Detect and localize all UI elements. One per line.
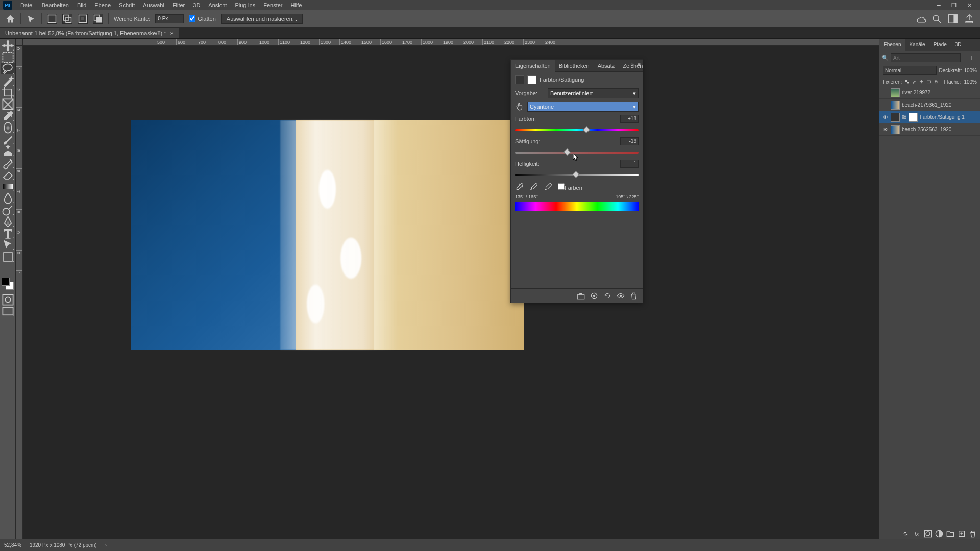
tab-3d[interactable]: 3D bbox=[951, 39, 966, 51]
mask-icon[interactable] bbox=[527, 75, 536, 84]
selection-intersect-icon[interactable] bbox=[93, 14, 103, 24]
menu-edit[interactable]: Bearbeiten bbox=[38, 2, 73, 8]
tab-bibliotheken[interactable]: Bibliotheken bbox=[555, 60, 594, 72]
doc-info[interactable]: 1920 Px x 1080 Px (72 ppcm) bbox=[30, 542, 97, 548]
tab-eigenschaften[interactable]: Eigenschaften bbox=[511, 60, 555, 72]
add-mask-icon[interactable] bbox=[924, 530, 932, 538]
eraser-tool[interactable] bbox=[1, 169, 15, 180]
new-adjustment-icon[interactable] bbox=[935, 530, 943, 538]
preset-dropdown[interactable]: Benutzerdefiniert▾ bbox=[548, 88, 639, 98]
path-selection-tool[interactable] bbox=[1, 239, 15, 251]
share-icon[interactable] bbox=[964, 13, 975, 24]
layer-name[interactable]: beach-2562563_1920 bbox=[902, 127, 951, 132]
layer-thumbnail[interactable] bbox=[891, 88, 900, 97]
tab-pfade[interactable]: Pfade bbox=[929, 39, 951, 51]
layer-row[interactable]: beach-2179361_1920 bbox=[879, 99, 980, 111]
brush-tool[interactable] bbox=[1, 134, 15, 145]
channel-dropdown[interactable]: Cyantöne▾ bbox=[527, 102, 639, 112]
eyedropper-icon[interactable] bbox=[515, 182, 524, 191]
toggle-visibility-icon[interactable] bbox=[616, 291, 625, 300]
panel-collapse-icon[interactable]: « bbox=[630, 62, 633, 67]
lock-pixels-icon[interactable] bbox=[912, 78, 916, 85]
color-swatches[interactable] bbox=[2, 278, 14, 290]
layer-name[interactable]: Farbton/Sättigung 1 bbox=[920, 114, 965, 120]
tool-preset-icon[interactable] bbox=[26, 14, 36, 24]
workspace-icon[interactable] bbox=[947, 13, 959, 24]
close-icon[interactable]: × bbox=[170, 30, 174, 36]
visibility-toggle-icon[interactable]: 👁 bbox=[881, 127, 889, 133]
layer-filter-input[interactable] bbox=[891, 53, 961, 62]
selection-add-icon[interactable] bbox=[62, 14, 72, 24]
lock-transparent-icon[interactable] bbox=[905, 78, 909, 85]
status-chevron-icon[interactable]: › bbox=[105, 542, 107, 548]
tab-absatz[interactable]: Absatz bbox=[594, 60, 619, 72]
menu-plugins[interactable]: Plug-ins bbox=[231, 2, 259, 8]
canvas-area[interactable]: 5006007008009001000110012001300140015001… bbox=[16, 39, 879, 539]
pen-tool[interactable] bbox=[1, 216, 15, 227]
marquee-tool[interactable] bbox=[1, 52, 15, 63]
selection-new-icon[interactable] bbox=[47, 14, 57, 24]
filter-type-icon[interactable]: T bbox=[970, 54, 974, 62]
window-close-icon[interactable]: ✕ bbox=[962, 2, 977, 9]
saturation-value[interactable]: -16 bbox=[620, 137, 639, 145]
fill-value[interactable]: 100% bbox=[964, 79, 977, 85]
document-tab[interactable]: Unbenannt-1 bei 52,8% (Farbton/Sättigung… bbox=[0, 28, 179, 38]
healing-brush-tool[interactable] bbox=[1, 122, 15, 133]
layer-row[interactable]: 👁 beach-2562563_1920 bbox=[879, 123, 980, 136]
layer-thumbnail[interactable] bbox=[891, 101, 900, 110]
crop-tool[interactable] bbox=[1, 87, 15, 98]
select-and-mask-button[interactable]: Auswählen und maskieren... bbox=[221, 14, 303, 24]
menu-layer[interactable]: Ebene bbox=[90, 2, 115, 8]
blend-mode-dropdown[interactable]: Normal bbox=[883, 66, 937, 75]
canvas-image[interactable] bbox=[131, 120, 524, 350]
search-icon[interactable] bbox=[931, 13, 942, 24]
gradient-tool[interactable] bbox=[1, 181, 15, 192]
edit-toolbar-icon[interactable]: ⋯ bbox=[1, 263, 15, 274]
opacity-value[interactable]: 100% bbox=[964, 68, 977, 73]
tab-kanale[interactable]: Kanäle bbox=[905, 39, 929, 51]
layer-name[interactable]: beach-2179361_1920 bbox=[902, 102, 951, 108]
ruler-horizontal[interactable]: 5006007008009001000110012001300140015001… bbox=[23, 39, 879, 46]
menu-filter[interactable]: Filter bbox=[168, 2, 189, 8]
window-minimize-icon[interactable]: ━ bbox=[931, 2, 946, 9]
layer-row[interactable]: river-219972 bbox=[879, 87, 980, 99]
mask-thumbnail[interactable] bbox=[909, 113, 918, 122]
screenmode-icon[interactable] bbox=[1, 306, 15, 317]
eyedropper-plus-icon[interactable] bbox=[529, 182, 538, 191]
clone-stamp-tool[interactable] bbox=[1, 145, 15, 157]
quickmask-icon[interactable] bbox=[1, 294, 15, 305]
lightness-slider[interactable] bbox=[515, 171, 639, 178]
lock-position-icon[interactable] bbox=[919, 78, 923, 85]
hand-target-icon[interactable] bbox=[515, 102, 524, 112]
menu-file[interactable]: Datei bbox=[16, 2, 38, 8]
menu-type[interactable]: Schrift bbox=[115, 2, 139, 8]
menu-view[interactable]: Ansicht bbox=[204, 2, 231, 8]
lock-all-icon[interactable] bbox=[934, 78, 938, 85]
tab-ebenen[interactable]: Ebenen bbox=[879, 39, 905, 51]
frame-tool[interactable] bbox=[1, 98, 15, 110]
selection-subtract-icon[interactable] bbox=[78, 14, 88, 24]
link-icon[interactable]: ⛓ bbox=[902, 115, 906, 120]
eyedropper-minus-icon[interactable] bbox=[544, 182, 553, 191]
hue-value[interactable]: +18 bbox=[620, 115, 639, 123]
adjustment-thumbnail[interactable] bbox=[891, 113, 900, 122]
lock-nesting-icon[interactable] bbox=[927, 78, 931, 85]
colorize-checkbox[interactable]: Färben bbox=[558, 183, 582, 191]
ruler-origin[interactable] bbox=[16, 39, 23, 46]
menu-3d[interactable]: 3D bbox=[189, 2, 204, 8]
antialias-checkbox[interactable]: Glätten bbox=[189, 15, 215, 22]
hue-slider[interactable] bbox=[515, 126, 639, 133]
link-layers-icon[interactable] bbox=[901, 530, 910, 538]
magic-wand-tool[interactable] bbox=[1, 75, 15, 86]
ruler-vertical[interactable]: 012345678901 bbox=[16, 46, 23, 539]
layer-row[interactable]: 👁 ⛓ Farbton/Sättigung 1 bbox=[879, 111, 980, 123]
delete-adjustment-icon[interactable] bbox=[629, 291, 639, 300]
lightness-value[interactable]: -1 bbox=[620, 160, 639, 168]
home-icon[interactable] bbox=[5, 14, 15, 24]
blur-tool[interactable] bbox=[1, 192, 15, 204]
delete-layer-icon[interactable] bbox=[969, 530, 977, 538]
new-layer-icon[interactable] bbox=[958, 530, 966, 538]
type-tool[interactable] bbox=[1, 228, 15, 239]
dodge-tool[interactable] bbox=[1, 204, 15, 215]
visibility-toggle-icon[interactable]: 👁 bbox=[881, 114, 889, 120]
